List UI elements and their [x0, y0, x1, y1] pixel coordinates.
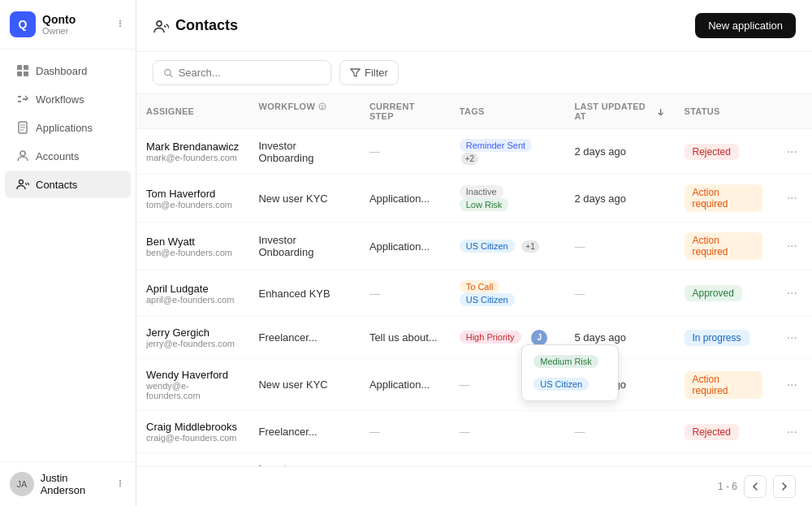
sidebar-item-contacts[interactable]: Contacts [5, 171, 131, 198]
row-more-button[interactable]: ··· [782, 376, 802, 394]
sidebar-item-dashboard[interactable]: Dashboard [5, 57, 131, 84]
filter-button[interactable]: Filter [339, 60, 399, 85]
assignee-cell: Linda Lonegan linda@e-founders.com [136, 453, 248, 467]
sidebar-label-dashboard: Dashboard [36, 65, 88, 77]
sidebar-item-applications[interactable]: Applications [5, 114, 131, 141]
col-actions [772, 94, 812, 129]
table-row: Tom Haverford tom@e-founders.com New use… [136, 175, 812, 223]
app-role: Owner [42, 26, 76, 36]
status-badge: Action required [685, 184, 762, 212]
assignee-cell: April Ludgate april@e-founders.com [136, 270, 248, 317]
sidebar-nav: Dashboard Workflows Applications Account… [0, 50, 136, 461]
search-icon [163, 67, 174, 79]
status-badge: Action required [685, 232, 762, 260]
status-badge: Action required [685, 371, 762, 399]
svg-point-8 [20, 151, 25, 156]
svg-point-11 [119, 482, 121, 483]
row-more-button[interactable]: ··· [782, 237, 802, 255]
last-updated-sort-icon[interactable] [657, 107, 664, 115]
contacts-icon [16, 178, 29, 191]
svg-rect-4 [24, 65, 28, 70]
col-assignee: ASSIGNEE [136, 94, 248, 129]
tooltip-tag: Medium Risk [533, 355, 598, 368]
sidebar-item-workflows[interactable]: Workflows [5, 85, 131, 113]
account-icon [16, 149, 29, 162]
assignee-cell: Ben Wyatt ben@e-founders.com [136, 223, 248, 270]
svg-rect-3 [17, 65, 22, 70]
svg-rect-5 [17, 71, 22, 76]
svg-rect-6 [24, 71, 28, 76]
table-header-row: ASSIGNEE WORKFLOW CURRENT STEP TAGS LAST… [136, 94, 812, 129]
sidebar: Q Qonto Owner Dashboard Workflows Applic… [0, 0, 136, 506]
table-row: April Ludgate april@e-founders.com Enhan… [136, 270, 812, 317]
chevron-left-icon [750, 482, 760, 491]
contacts-table-container: ASSIGNEE WORKFLOW CURRENT STEP TAGS LAST… [136, 94, 812, 466]
workflow-icon [16, 93, 29, 106]
status-badge: In progress [685, 330, 749, 346]
status-badge: Approved [685, 285, 742, 301]
tag: US Citizen [460, 240, 515, 253]
table-row: Linda Lonegan linda@e-founders.com Inves… [136, 453, 812, 467]
tag-tooltip-trigger[interactable]: J Medium Risk US Citizen [529, 328, 549, 348]
svg-point-9 [19, 180, 24, 184]
user-settings-icon[interactable] [114, 478, 126, 491]
tag: Reminder Sent [460, 139, 532, 152]
sidebar-user: JA Justin Anderson [0, 461, 136, 506]
table-row: Craig Middlebrooks craig@e-founders.com … [136, 411, 812, 453]
sidebar-adjust-icon[interactable] [114, 18, 126, 32]
tag: Low Risk [460, 198, 509, 211]
row-more-button[interactable]: ··· [782, 189, 802, 207]
assignee-cell: Tom Haverford tom@e-founders.com [136, 175, 248, 223]
col-workflow: WORKFLOW [248, 94, 359, 119]
col-status: STATUS [675, 94, 772, 129]
col-tags: TAGS [450, 94, 565, 129]
tags-dropdown: Medium Risk US Citizen [521, 344, 619, 401]
tag-count: +1 [521, 240, 538, 253]
sidebar-header: Q Qonto Owner [0, 0, 136, 50]
tag: US Citizen [460, 293, 515, 306]
assignee-cell: Craig Middlebrooks craig@e-founders.com [136, 411, 248, 453]
pagination-info: 1 - 6 [718, 481, 737, 492]
main-content: Contacts New application Filter ASSIGNEE… [136, 0, 812, 506]
sidebar-label-accounts: Accounts [36, 150, 79, 162]
grid-icon [16, 64, 29, 77]
svg-point-1 [119, 22, 121, 24]
tag: Inactive [460, 185, 503, 198]
row-more-button[interactable]: ··· [782, 329, 802, 347]
assignee-cell: Wendy Haverford wendy@e-founders.com [136, 359, 248, 411]
status-badge: Rejected [685, 424, 739, 440]
row-more-button[interactable]: ··· [782, 143, 802, 161]
app-info: Qonto Owner [42, 13, 76, 36]
tag: To Call [460, 280, 500, 293]
search-input[interactable] [179, 67, 321, 79]
avatar: JA [10, 472, 34, 496]
table-row: Ben Wyatt ben@e-founders.com Investor On… [136, 223, 812, 270]
pagination-next-button[interactable] [773, 475, 796, 498]
workflow-filter-icon[interactable] [318, 102, 326, 110]
row-more-button[interactable]: ··· [782, 284, 802, 302]
sidebar-label-workflows: Workflows [36, 93, 84, 106]
pagination: 1 - 6 [136, 466, 812, 506]
app-name: Qonto [42, 13, 76, 26]
svg-point-0 [119, 19, 121, 21]
row-more-button[interactable]: ··· [782, 423, 802, 441]
table-row: Wendy Haverford wendy@e-founders.com New… [136, 359, 812, 411]
contacts-page-icon [153, 18, 169, 34]
sidebar-item-accounts[interactable]: Accounts [5, 142, 131, 170]
status-badge: Rejected [685, 144, 739, 160]
new-application-button[interactable]: New application [695, 13, 796, 38]
tag: High Priority [460, 331, 521, 344]
assignee-cell: Jerry Gergich jerry@e-founders.com [136, 317, 248, 359]
tag-count: +2 [461, 153, 478, 165]
svg-point-12 [119, 484, 121, 486]
file-icon [16, 121, 29, 134]
svg-point-13 [157, 21, 162, 26]
svg-point-2 [119, 24, 121, 26]
chevron-right-icon [780, 482, 789, 491]
pagination-prev-button[interactable] [744, 475, 767, 498]
search-box[interactable] [153, 60, 331, 85]
toolbar: Filter [136, 52, 812, 94]
sidebar-label-contacts: Contacts [36, 179, 77, 191]
sidebar-label-applications: Applications [36, 122, 93, 134]
assignee-cell: Mark Brendanawicz mark@e-founders.com [136, 129, 248, 175]
